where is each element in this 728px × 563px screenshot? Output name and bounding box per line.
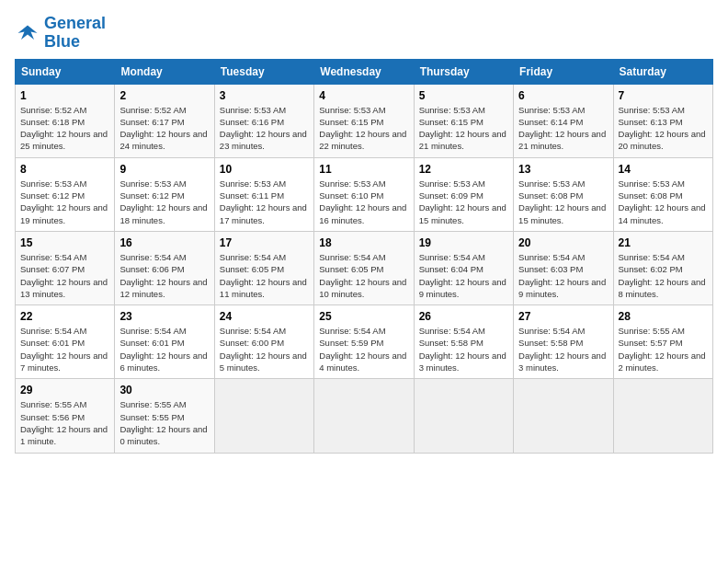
day-number: 21 <box>619 236 708 249</box>
day-number: 12 <box>419 163 508 176</box>
day-number: 20 <box>518 236 608 249</box>
col-header-wednesday: Wednesday <box>314 59 414 84</box>
calendar-week-3: 15 Sunrise: 5:54 AMSunset: 6:07 PMDaylig… <box>16 231 713 304</box>
day-cell-21: 21 Sunrise: 5:54 AMSunset: 6:02 PMDaylig… <box>613 231 712 304</box>
logo-icon <box>15 20 40 46</box>
day-cell-3: 3 Sunrise: 5:53 AMSunset: 6:16 PMDayligh… <box>214 84 313 157</box>
day-cell-25: 25 Sunrise: 5:54 AMSunset: 5:59 PMDaylig… <box>314 305 414 379</box>
calendar-week-5: 29 Sunrise: 5:55 AMSunset: 5:56 PMDaylig… <box>16 379 713 453</box>
day-cell-2: 2 Sunrise: 5:52 AMSunset: 6:17 PMDayligh… <box>115 84 214 157</box>
day-cell-28: 28 Sunrise: 5:55 AMSunset: 5:57 PMDaylig… <box>613 305 712 379</box>
day-info: Sunrise: 5:53 AMSunset: 6:15 PMDaylight:… <box>319 105 406 152</box>
day-info: Sunrise: 5:53 AMSunset: 6:12 PMDaylight:… <box>20 178 108 225</box>
day-number: 5 <box>419 89 508 102</box>
col-header-sunday: Sunday <box>16 59 115 84</box>
calendar-header-row: SundayMondayTuesdayWednesdayThursdayFrid… <box>16 59 713 84</box>
day-info: Sunrise: 5:54 AMSunset: 6:02 PMDaylight:… <box>619 252 706 299</box>
day-info: Sunrise: 5:53 AMSunset: 6:14 PMDaylight:… <box>518 105 606 152</box>
day-number: 19 <box>419 236 508 249</box>
day-number: 26 <box>419 310 508 323</box>
day-cell-15: 15 Sunrise: 5:54 AMSunset: 6:07 PMDaylig… <box>16 231 115 304</box>
day-info: Sunrise: 5:53 AMSunset: 6:16 PMDaylight:… <box>220 105 307 152</box>
day-cell-30: 30 Sunrise: 5:55 AMSunset: 5:55 PMDaylig… <box>115 379 214 453</box>
empty-cell <box>214 379 313 453</box>
calendar-table: SundayMondayTuesdayWednesdayThursdayFrid… <box>15 59 713 454</box>
day-cell-11: 11 Sunrise: 5:53 AMSunset: 6:10 PMDaylig… <box>314 157 414 231</box>
day-number: 30 <box>119 384 209 396</box>
day-number: 8 <box>20 163 109 176</box>
day-info: Sunrise: 5:54 AMSunset: 6:05 PMDaylight:… <box>319 252 406 299</box>
day-info: Sunrise: 5:55 AMSunset: 5:55 PMDaylight:… <box>119 399 207 446</box>
day-number: 22 <box>20 310 109 323</box>
day-number: 2 <box>119 89 209 102</box>
day-cell-9: 9 Sunrise: 5:53 AMSunset: 6:12 PMDayligh… <box>115 157 214 231</box>
col-header-monday: Monday <box>115 59 214 84</box>
day-cell-18: 18 Sunrise: 5:54 AMSunset: 6:05 PMDaylig… <box>314 231 414 304</box>
day-cell-14: 14 Sunrise: 5:53 AMSunset: 6:08 PMDaylig… <box>613 157 712 231</box>
day-cell-26: 26 Sunrise: 5:54 AMSunset: 5:58 PMDaylig… <box>414 305 513 379</box>
day-info: Sunrise: 5:53 AMSunset: 6:08 PMDaylight:… <box>518 178 606 225</box>
day-cell-23: 23 Sunrise: 5:54 AMSunset: 6:01 PMDaylig… <box>115 305 214 379</box>
logo: General Blue <box>15 15 106 52</box>
day-info: Sunrise: 5:53 AMSunset: 6:12 PMDaylight:… <box>119 178 207 225</box>
calendar-body: 1 Sunrise: 5:52 AMSunset: 6:18 PMDayligh… <box>16 84 713 453</box>
empty-cell <box>514 379 613 453</box>
day-cell-22: 22 Sunrise: 5:54 AMSunset: 6:01 PMDaylig… <box>16 305 115 379</box>
day-info: Sunrise: 5:53 AMSunset: 6:11 PMDaylight:… <box>220 178 307 225</box>
day-cell-8: 8 Sunrise: 5:53 AMSunset: 6:12 PMDayligh… <box>16 157 115 231</box>
col-header-saturday: Saturday <box>613 59 712 84</box>
col-header-friday: Friday <box>514 59 613 84</box>
empty-cell <box>314 379 414 453</box>
day-cell-16: 16 Sunrise: 5:54 AMSunset: 6:06 PMDaylig… <box>115 231 214 304</box>
day-number: 4 <box>319 89 408 102</box>
day-info: Sunrise: 5:54 AMSunset: 6:07 PMDaylight:… <box>20 252 108 299</box>
day-number: 28 <box>619 310 708 323</box>
day-info: Sunrise: 5:54 AMSunset: 6:03 PMDaylight:… <box>518 252 606 299</box>
calendar-week-4: 22 Sunrise: 5:54 AMSunset: 6:01 PMDaylig… <box>16 305 713 379</box>
day-info: Sunrise: 5:54 AMSunset: 6:01 PMDaylight:… <box>119 326 207 373</box>
day-cell-24: 24 Sunrise: 5:54 AMSunset: 6:00 PMDaylig… <box>214 305 313 379</box>
day-cell-6: 6 Sunrise: 5:53 AMSunset: 6:14 PMDayligh… <box>514 84 613 157</box>
day-number: 9 <box>119 163 209 176</box>
day-number: 15 <box>20 236 109 249</box>
day-number: 18 <box>319 236 408 249</box>
day-number: 7 <box>619 89 708 102</box>
day-number: 16 <box>119 236 209 249</box>
col-header-tuesday: Tuesday <box>214 59 313 84</box>
day-number: 13 <box>518 163 608 176</box>
day-info: Sunrise: 5:53 AMSunset: 6:10 PMDaylight:… <box>319 178 406 225</box>
empty-cell <box>414 379 513 453</box>
day-info: Sunrise: 5:54 AMSunset: 6:01 PMDaylight:… <box>20 326 108 373</box>
day-number: 11 <box>319 163 408 176</box>
day-info: Sunrise: 5:54 AMSunset: 6:06 PMDaylight:… <box>119 252 207 299</box>
logo-text: General Blue <box>44 15 106 52</box>
day-cell-29: 29 Sunrise: 5:55 AMSunset: 5:56 PMDaylig… <box>16 379 115 453</box>
day-info: Sunrise: 5:55 AMSunset: 5:56 PMDaylight:… <box>20 399 108 446</box>
day-info: Sunrise: 5:54 AMSunset: 6:05 PMDaylight:… <box>220 252 307 299</box>
day-number: 25 <box>319 310 408 323</box>
day-info: Sunrise: 5:54 AMSunset: 6:04 PMDaylight:… <box>419 252 506 299</box>
day-cell-19: 19 Sunrise: 5:54 AMSunset: 6:04 PMDaylig… <box>414 231 513 304</box>
day-number: 24 <box>220 310 309 323</box>
day-info: Sunrise: 5:53 AMSunset: 6:08 PMDaylight:… <box>619 178 706 225</box>
day-cell-12: 12 Sunrise: 5:53 AMSunset: 6:09 PMDaylig… <box>414 157 513 231</box>
day-number: 29 <box>20 384 109 396</box>
day-info: Sunrise: 5:53 AMSunset: 6:09 PMDaylight:… <box>419 178 506 225</box>
day-cell-10: 10 Sunrise: 5:53 AMSunset: 6:11 PMDaylig… <box>214 157 313 231</box>
col-header-thursday: Thursday <box>414 59 513 84</box>
day-info: Sunrise: 5:54 AMSunset: 5:59 PMDaylight:… <box>319 326 406 373</box>
day-number: 17 <box>220 236 309 249</box>
svg-marker-0 <box>18 25 38 39</box>
day-number: 23 <box>119 310 209 323</box>
empty-cell <box>613 379 712 453</box>
day-cell-1: 1 Sunrise: 5:52 AMSunset: 6:18 PMDayligh… <box>16 84 115 157</box>
day-number: 3 <box>220 89 309 102</box>
day-info: Sunrise: 5:55 AMSunset: 5:57 PMDaylight:… <box>619 326 706 373</box>
calendar-week-2: 8 Sunrise: 5:53 AMSunset: 6:12 PMDayligh… <box>16 157 713 231</box>
day-info: Sunrise: 5:53 AMSunset: 6:15 PMDaylight:… <box>419 105 506 152</box>
page-header: General Blue <box>15 15 713 52</box>
day-info: Sunrise: 5:54 AMSunset: 6:00 PMDaylight:… <box>220 326 307 373</box>
day-cell-20: 20 Sunrise: 5:54 AMSunset: 6:03 PMDaylig… <box>514 231 613 304</box>
day-cell-5: 5 Sunrise: 5:53 AMSunset: 6:15 PMDayligh… <box>414 84 513 157</box>
day-number: 27 <box>518 310 608 323</box>
